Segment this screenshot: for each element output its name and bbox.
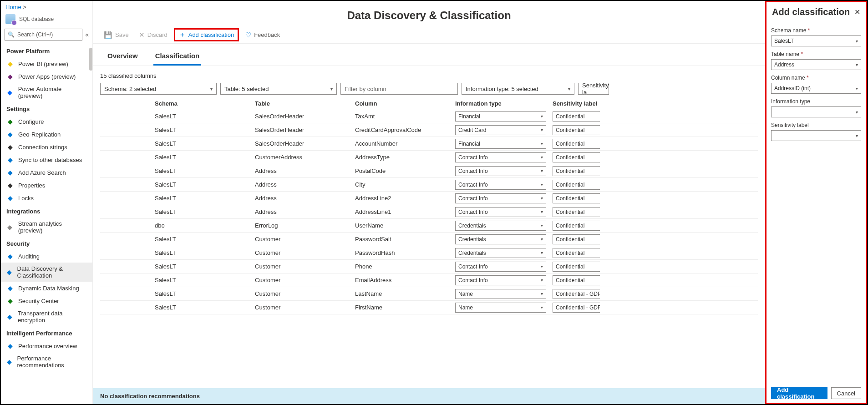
sidebar-item[interactable]: ◆Auditing — [1, 250, 92, 263]
cell-sensitivity[interactable]: Confidential — [553, 262, 600, 272]
sidebar-item-label: Connection strings — [18, 144, 67, 151]
save-button[interactable]: 💾Save — [100, 29, 132, 41]
sidebar-item-label: Transparent data encryption — [18, 310, 87, 324]
cell-sensitivity[interactable]: Confidential — [553, 111, 600, 122]
chevron-down-icon: ▾ — [541, 305, 543, 310]
filter-column[interactable]: Filter by column — [340, 83, 458, 95]
cell-information-type[interactable]: Contact Info▾ — [455, 262, 546, 272]
cell-sensitivity[interactable]: Confidential — [553, 180, 600, 190]
tab-overview[interactable]: Overview — [106, 52, 140, 66]
cell-information-type[interactable]: Credentials▾ — [455, 248, 546, 258]
cell-column: AddressType — [355, 154, 455, 161]
cell-sensitivity[interactable]: Confidential — [553, 275, 600, 285]
cell-information-type[interactable]: Contact Info▾ — [455, 275, 546, 285]
sidebar-item-label: Performance recommendations — [17, 355, 87, 369]
cell-table: CustomerAddress — [255, 154, 355, 161]
panel-add-button[interactable]: Add classification — [771, 387, 827, 399]
cell-table: Address — [255, 181, 355, 188]
search-input[interactable]: 🔍 Search (Ctrl+/) — [5, 29, 82, 40]
table-row: SalesLTSalesOrderHeaderAccountNumberFina… — [100, 137, 758, 151]
tab-classification[interactable]: Classification — [153, 52, 202, 66]
cell-information-type[interactable]: Credentials▾ — [455, 221, 546, 231]
cell-column: UserName — [355, 222, 455, 229]
panel-cancel-button[interactable]: Cancel — [831, 387, 861, 399]
cell-sensitivity[interactable]: Confidential — [553, 207, 600, 217]
cell-information-type[interactable]: Credit Card▾ — [455, 125, 546, 135]
sidebar-item[interactable]: ◆Locks — [1, 192, 92, 204]
cell-sensitivity[interactable]: Confidential - GDPR — [553, 303, 600, 313]
cell-information-type[interactable]: Financial▾ — [455, 111, 546, 122]
cell-sensitivity[interactable]: Confidential — [553, 139, 600, 149]
sidebar-item[interactable]: ◆Data Discovery & Classification — [1, 263, 92, 282]
sensitivity-select[interactable]: ▾ — [771, 130, 861, 141]
sidebar-item[interactable]: ◆Performance recommendations — [1, 352, 92, 371]
cell-information-type[interactable]: Contact Info▾ — [455, 207, 546, 217]
cell-information-type[interactable]: Contact Info▾ — [455, 180, 546, 190]
cell-column: CreditCardApprovalCode — [355, 127, 455, 133]
cell-sensitivity[interactable]: Confidential — [553, 166, 600, 176]
chevron-down-icon: ▾ — [856, 110, 858, 115]
collapse-sidebar-button[interactable]: « — [85, 31, 89, 38]
sidebar-item-icon: ◆ — [6, 284, 14, 292]
cell-sensitivity[interactable]: Confidential — [553, 234, 600, 244]
sidebar-item[interactable]: ◆Sync to other databases — [1, 153, 92, 166]
sidebar-item[interactable]: ◆Properties — [1, 179, 92, 192]
cell-schema: dbo — [155, 222, 255, 229]
cell-sensitivity[interactable]: Confidential — [553, 152, 600, 162]
cell-table: Customer — [255, 263, 355, 270]
chevron-down-icon: ▾ — [210, 86, 213, 91]
sidebar-item[interactable]: ◆Dynamic Data Masking — [1, 282, 92, 294]
sidebar-item-icon: ◆ — [6, 156, 14, 163]
sidebar-item-label: Sync to other databases — [18, 157, 82, 163]
filter-sensitivity[interactable]: Sensitivity la — [578, 83, 609, 95]
schema-label: Schema name * — [771, 27, 861, 34]
sidebar-item-icon: ◆ — [6, 268, 13, 276]
filter-information-type[interactable]: Information type: 5 selected▾ — [462, 83, 574, 95]
cell-information-type[interactable]: Contact Info▾ — [455, 193, 546, 203]
discard-button[interactable]: ✕Discard — [135, 29, 171, 41]
cell-information-type[interactable]: Name▾ — [455, 289, 546, 299]
sidebar-group: Settings — [1, 102, 92, 115]
breadcrumb-home[interactable]: Home — [5, 4, 21, 10]
close-icon[interactable]: ✕ — [854, 8, 860, 16]
chevron-down-icon: ▾ — [568, 86, 570, 91]
cell-sensitivity[interactable]: Confidential — [553, 248, 600, 258]
information-type-select[interactable]: ▾ — [771, 106, 861, 117]
cell-table: Customer — [255, 249, 355, 256]
sidebar-item[interactable]: ◆Security Center — [1, 294, 92, 307]
add-classification-button[interactable]: ＋Add classification — [174, 28, 239, 41]
cell-information-type[interactable]: Contact Info▾ — [455, 166, 546, 176]
cell-sensitivity[interactable]: Confidential - GDPR — [553, 289, 600, 299]
sidebar-item[interactable]: ◆Power BI (preview) — [1, 57, 92, 70]
filter-table[interactable]: Table: 5 selected▾ — [220, 83, 337, 95]
cell-sensitivity[interactable]: Confidential — [553, 125, 600, 135]
column-select[interactable]: AddressID (int)▾ — [771, 83, 861, 94]
sidebar-item-icon: ◆ — [6, 358, 13, 365]
cell-information-type[interactable]: Contact Info▾ — [455, 152, 546, 162]
sidebar-item-icon: ◆ — [6, 169, 14, 176]
cell-information-type[interactable]: Name▾ — [455, 303, 546, 313]
sidebar-item[interactable]: ◆Performance overview — [1, 339, 92, 352]
filter-schema[interactable]: Schema: 2 selected▾ — [100, 83, 217, 95]
sidebar-item[interactable]: ◆Transparent data encryption — [1, 307, 92, 326]
chevron-down-icon: ▾ — [541, 114, 543, 119]
scrollbar[interactable] — [89, 48, 92, 71]
schema-select[interactable]: SalesLT▾ — [771, 35, 861, 46]
sidebar-item[interactable]: ◆Stream analytics (preview) — [1, 218, 92, 237]
sidebar-item[interactable]: ◆Power Apps (preview) — [1, 70, 92, 83]
sidebar-item[interactable]: ◆Configure — [1, 115, 92, 128]
sidebar-item[interactable]: ◆Add Azure Search — [1, 166, 92, 179]
cell-sensitivity[interactable]: Confidential — [553, 221, 600, 231]
sidebar-item[interactable]: ◆Geo-Replication — [1, 128, 92, 141]
feedback-button[interactable]: ♡Feedback — [242, 29, 284, 41]
table-select[interactable]: Address▾ — [771, 59, 861, 70]
chevron-down-icon: ▾ — [856, 133, 858, 138]
sidebar-item[interactable]: ◆Power Automate (preview) — [1, 83, 92, 102]
sidebar-group: Power Platform — [1, 44, 92, 57]
cell-schema: SalesLT — [155, 154, 255, 161]
cell-column: AccountNumber — [355, 140, 455, 147]
cell-sensitivity[interactable]: Confidential — [553, 193, 600, 203]
sidebar-item[interactable]: ◆Connection strings — [1, 141, 92, 153]
cell-information-type[interactable]: Financial▾ — [455, 139, 546, 149]
cell-information-type[interactable]: Credentials▾ — [455, 234, 546, 244]
